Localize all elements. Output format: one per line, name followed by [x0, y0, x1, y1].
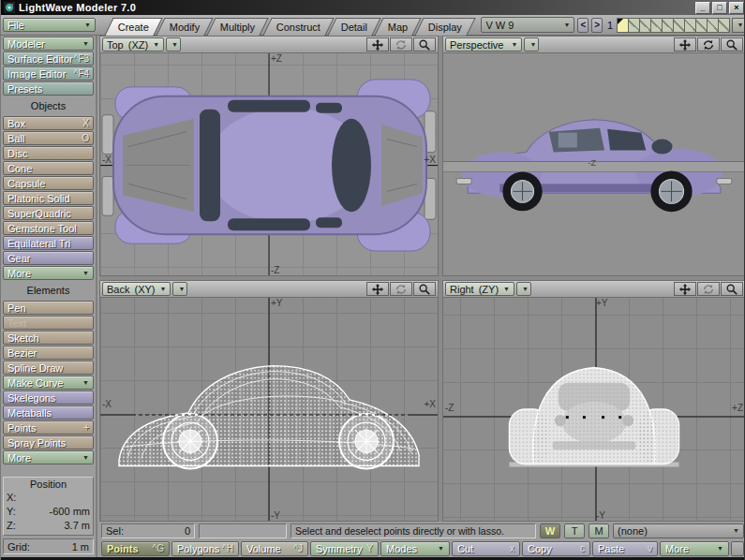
modes-dropdown-button[interactable]: Modes▼ — [380, 541, 450, 556]
viewport-axes: (ZY) — [479, 284, 499, 295]
modeler-menu-button[interactable]: Modeler▼ — [3, 37, 94, 51]
rotate-icon[interactable] — [697, 37, 720, 52]
info-blank-box — [199, 523, 287, 538]
viewport-back-type-dropdown[interactable]: Back (XY)▼ — [102, 282, 171, 296]
image-editor-button[interactable]: Image Editor^F4 — [3, 66, 94, 81]
tool-bezier[interactable]: Bezier — [3, 346, 94, 360]
volume-mode-button[interactable]: Volume^J — [241, 541, 308, 556]
shortcut-label: ^G — [153, 543, 164, 553]
tool-metaballs[interactable]: Metaballs — [3, 405, 94, 420]
tool-box[interactable]: BoxX — [3, 116, 94, 130]
zoom-icon[interactable] — [413, 37, 436, 52]
morph-mode-button[interactable]: M — [589, 523, 609, 538]
tool-capsule[interactable]: Capsule — [3, 176, 94, 190]
viewport-perspective-type-dropdown[interactable]: Perspective ▼ — [445, 37, 522, 52]
texture-mode-button[interactable]: T — [564, 523, 585, 538]
button-label: Symmetry — [316, 543, 366, 554]
zoom-icon[interactable] — [721, 282, 743, 296]
object-selector-dropdown[interactable]: V W 9 ▼ — [481, 17, 574, 33]
points-mode-button[interactable]: Points^G — [101, 541, 170, 556]
objects-more-button[interactable]: More▼ — [3, 266, 94, 280]
chevron-down-icon: ▼ — [84, 22, 91, 28]
axis-label: +Y — [271, 298, 283, 308]
zoom-icon[interactable] — [413, 282, 436, 296]
tool-skelegons[interactable]: Skelegons — [3, 391, 94, 405]
axis-label: +X — [424, 399, 436, 409]
make-curve-button[interactable]: Make Curve▼ — [3, 376, 94, 390]
viewport-perspective-canvas[interactable]: -Z — [443, 53, 745, 275]
zoom-icon[interactable] — [721, 37, 743, 52]
viewport-render-dropdown[interactable]: ▼ — [172, 282, 187, 296]
symmetry-button[interactable]: SymmetryY — [310, 541, 379, 556]
tool-equilateral-tri[interactable]: Equilateral Tri — [3, 236, 94, 250]
pan-icon[interactable] — [366, 37, 389, 52]
tab-detail[interactable]: Detail — [327, 18, 380, 36]
button-label: Spray Points — [7, 437, 89, 449]
layer-options-dropdown[interactable]: ▼ — [732, 18, 745, 33]
tool-sketch[interactable]: Sketch — [3, 331, 94, 345]
copy-button[interactable]: Copyc — [522, 541, 590, 556]
pan-icon[interactable] — [674, 37, 696, 52]
file-menu-button[interactable]: File ▼ — [3, 18, 96, 32]
chevron-down-icon: ▼ — [529, 41, 536, 48]
viewport-top-type-dropdown[interactable]: Top (XZ)▼ — [102, 37, 164, 52]
viewport-render-dropdown[interactable]: ▼ — [524, 37, 539, 52]
paste-button[interactable]: Pastev — [592, 541, 658, 556]
button-label: Gemstone Tool — [7, 223, 89, 234]
tool-disc[interactable]: Disc — [3, 146, 94, 160]
viewport-render-dropdown[interactable]: ▼ — [516, 282, 531, 296]
layer-box-10[interactable] — [718, 18, 730, 33]
tab-label: Modify — [170, 22, 200, 33]
tool-spline-draw[interactable]: Spline Draw — [3, 361, 94, 375]
viewport-top-canvas[interactable]: +Z -Z -X +X — [100, 53, 438, 275]
viewport-right-canvas[interactable]: +Y -Y -Z +Z — [443, 298, 745, 521]
tool-platonic-solid[interactable]: Platonic Solid — [3, 191, 94, 205]
button-label: Modes — [386, 543, 435, 554]
button-label: Gear — [7, 253, 89, 264]
next-layer-button[interactable]: > — [591, 18, 603, 33]
layer-number: 1 — [605, 20, 615, 31]
pan-icon[interactable] — [366, 282, 389, 296]
surface-editor-button[interactable]: Surface Editor^F3 — [3, 52, 94, 66]
tab-display[interactable]: Display — [415, 18, 476, 36]
viewport-back-canvas[interactable]: +Y -Y -X +X — [100, 298, 438, 521]
grid-size-indicator: Grid: 1 m — [3, 538, 94, 554]
vmap-selector-dropdown[interactable]: (none) ▼ — [613, 523, 744, 538]
minimize-button[interactable]: _ — [695, 2, 710, 14]
viewport-grid: Top (XZ)▼ ▼ +Z -Z -X +X — [99, 36, 745, 522]
tab-construct[interactable]: Construct — [262, 18, 334, 36]
tool-points[interactable]: Points+ — [3, 420, 94, 435]
tool-gemstone[interactable]: Gemstone Tool — [3, 221, 94, 235]
cut-button[interactable]: Cutx — [452, 541, 520, 556]
tool-pen[interactable]: Pen — [3, 301, 94, 315]
shortcut-label: O — [82, 133, 89, 143]
pan-icon[interactable] — [674, 282, 696, 296]
prev-layer-button[interactable]: < — [577, 18, 589, 33]
tab-multiply[interactable]: Multiply — [207, 18, 270, 36]
tool-cone[interactable]: Cone — [3, 161, 94, 175]
tool-gear[interactable]: Gear — [3, 251, 94, 265]
viewport-perspective-header: Perspective ▼ ▼ — [443, 37, 745, 53]
elements-more-button[interactable]: More▼ — [3, 450, 94, 464]
position-x-label: X: — [7, 492, 16, 506]
selection-count-box: Sel: 0 — [101, 523, 195, 538]
tab-modify[interactable]: Modify — [156, 18, 214, 36]
polygons-mode-button[interactable]: Polygons^H — [171, 541, 239, 556]
tab-create[interactable]: Create — [104, 18, 162, 36]
weight-mode-button[interactable]: W — [540, 523, 560, 538]
maximize-button[interactable]: □ — [712, 2, 727, 14]
more-dropdown-button[interactable]: More▼ — [660, 541, 729, 556]
button-label: Cut — [457, 543, 510, 554]
chevron-down-icon: ▼ — [438, 545, 444, 552]
viewport-render-dropdown[interactable]: ▼ — [166, 37, 181, 52]
tool-spray-points[interactable]: Spray Points — [3, 435, 94, 449]
tool-superquadric[interactable]: SuperQuadric — [3, 206, 94, 220]
presets-button[interactable]: Presets — [3, 81, 94, 96]
tool-ball[interactable]: BallO — [3, 131, 94, 145]
close-button[interactable]: × — [729, 2, 744, 14]
viewport-right-type-dropdown[interactable]: Right (ZY)▼ — [445, 282, 514, 296]
tab-label: Map — [388, 22, 408, 33]
tab-map[interactable]: Map — [374, 18, 422, 36]
shortcut-label: X — [82, 118, 89, 128]
chevron-down-icon: ▼ — [159, 286, 166, 292]
